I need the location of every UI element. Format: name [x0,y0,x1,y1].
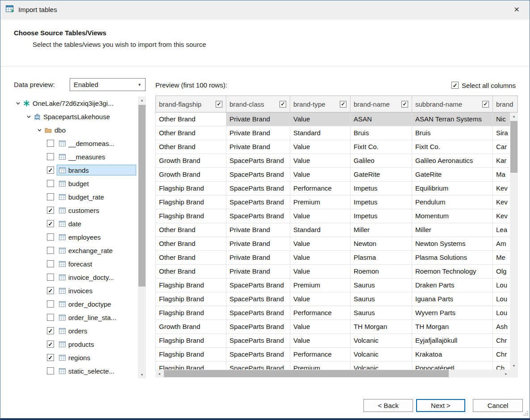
tree-table-item[interactable]: exchange_rate [14,244,138,257]
table-checkbox[interactable] [47,220,54,227]
tree-table-item[interactable]: products [14,337,138,351]
tree-table-item[interactable]: regions [14,351,138,364]
tree-item-selection[interactable]: brands [57,165,136,175]
grid-vscroll-track[interactable] [510,120,518,362]
tree-table-item[interactable]: invoice_docty... [14,270,138,284]
tree-item-selection[interactable]: order_line_sta... [57,312,136,323]
chevron-down-icon[interactable] [26,114,31,119]
tree-item-selection[interactable]: regions [57,352,136,363]
table-checkbox[interactable] [47,354,54,361]
chevron-down-icon[interactable] [16,101,21,106]
column-checkbox[interactable] [280,101,286,108]
table-checkbox[interactable] [47,180,54,187]
grid-row[interactable]: Flagship BrandSpaceParts BrandValueVolca… [156,334,510,348]
tree-scroll-track[interactable] [138,104,146,371]
select-all-columns[interactable]: Select all columns [451,79,516,91]
tree-item-selection[interactable]: products [57,339,136,349]
grid-column-header[interactable]: brand-flagship [156,96,226,112]
tree-item-selection[interactable]: order_doctype [57,299,136,309]
grid-hscroll-track[interactable] [163,370,502,378]
table-checkbox[interactable] [47,247,54,254]
table-checkbox[interactable] [47,233,54,241]
column-checkbox[interactable] [340,101,346,108]
tree-table-item[interactable]: brands [14,163,138,177]
grid-column-header[interactable]: subbrand-name [412,96,493,112]
scroll-up-icon[interactable]: ▲ [510,112,518,120]
table-checkbox[interactable] [47,140,54,147]
table-checkbox[interactable] [47,367,54,374]
grid-column-header[interactable]: brand-name [351,96,412,112]
scroll-up-icon[interactable]: ▲ [138,96,146,104]
tree-item-selection[interactable]: static_selecte... [57,366,136,376]
tree-item-selection[interactable]: forecast [57,258,136,269]
grid-hscroll-thumb[interactable] [164,370,449,377]
table-checkbox[interactable] [47,287,54,294]
grid-row[interactable]: Growth BrandSpaceParts BrandValueGateRit… [156,168,510,182]
select-all-checkbox[interactable] [451,82,459,89]
table-checkbox[interactable] [47,166,54,174]
tree-item-selection[interactable]: invoices [57,285,136,296]
table-checkbox[interactable] [47,153,54,160]
table-checkbox[interactable] [47,260,54,267]
chevron-down-icon[interactable] [37,128,42,133]
grid-row[interactable]: Growth BrandSpaceParts BrandValueTH Morg… [156,320,510,334]
data-preview-dropdown[interactable]: Enabled ▼ [70,78,146,91]
tree-table-item[interactable]: __measures [14,150,138,163]
grid-column-header[interactable]: brand-type [290,96,351,112]
grid-row[interactable]: Other BrandPrivate BrandStandardMillerMi… [156,223,510,237]
tree-item-selection[interactable]: budget_rate [57,191,136,202]
grid-horizontal-scrollbar[interactable]: ◄ ► [155,370,518,378]
tree-item-dbo[interactable]: dbo [14,123,138,137]
grid-row[interactable]: Flagship BrandSpaceParts BrandPerformanc… [156,306,510,320]
grid-vertical-scrollbar[interactable]: ▲ ▼ [510,112,518,370]
tree-table-item[interactable]: __demomeas... [14,137,138,150]
scroll-down-icon[interactable]: ▼ [138,371,146,378]
tree-item-selection[interactable]: employees [57,232,136,242]
table-checkbox[interactable] [47,207,54,214]
tree-item-selection[interactable]: __measures [57,151,136,162]
tree-table-item[interactable]: invoices [14,284,138,297]
column-checkbox[interactable] [401,101,408,108]
table-checkbox[interactable] [47,300,54,308]
tree-table-item[interactable]: orders [14,324,138,337]
grid-column-header[interactable]: brand [493,96,518,112]
tree-item-selection[interactable]: customers [57,205,136,216]
tree-item-selection[interactable]: invoice_docty... [57,272,136,283]
tree-item-selection[interactable]: orders [57,325,136,336]
grid-row[interactable]: Flagship BrandSpaceParts BrandValueSauru… [156,292,510,306]
tree-table-item[interactable]: employees [14,230,138,244]
table-checkbox[interactable] [47,314,54,321]
tree-item-onelake[interactable]: OneLake/72d6zxiq3ije3gi... [14,96,138,110]
tree-item-lakehouse[interactable]: SpacepartsLakehouse [14,110,138,123]
tree-table-item[interactable]: customers [14,204,138,217]
grid-row[interactable]: Flagship BrandSpaceParts BrandPremiumVol… [156,362,510,370]
tree-scroll-thumb[interactable] [138,105,146,287]
tree-item-selection[interactable]: budget [57,178,136,189]
column-checkbox[interactable] [216,101,222,108]
tree-table-item[interactable]: budget [14,177,138,190]
grid-row[interactable]: Flagship BrandSpaceParts BrandPremiumImp… [156,195,510,209]
grid-row[interactable]: Other BrandPrivate BrandStandardBruisBru… [156,126,510,140]
tree-table-item[interactable]: date [14,217,138,230]
grid-row[interactable]: Other BrandPrivate BrandValuePlasmaPlasm… [156,251,510,265]
grid-row[interactable]: Other BrandPrivate BrandValueFixIt Co.Fi… [156,140,510,154]
table-checkbox[interactable] [47,341,54,348]
tree-vertical-scrollbar[interactable]: ▲ ▼ [138,96,146,378]
tree-table-item[interactable]: order_doctype [14,297,138,311]
table-checkbox[interactable] [47,193,54,200]
tree-table-item[interactable]: order_line_sta... [14,311,138,324]
scroll-down-icon[interactable]: ▼ [510,362,518,370]
scroll-right-icon[interactable]: ► [502,370,510,378]
cancel-button[interactable]: Cancel [473,399,523,412]
table-checkbox[interactable] [47,327,54,334]
grid-row[interactable]: Other BrandPrivate BrandValueRoemonRoemo… [156,265,510,279]
tree-table-item[interactable]: static_selecte... [14,364,138,378]
tree-item-selection[interactable]: exchange_rate [57,245,136,256]
tree-item-selection[interactable]: date [57,218,136,229]
back-button[interactable]: < Back [363,399,413,412]
scroll-left-icon[interactable]: ◄ [155,370,163,378]
grid-row[interactable]: Flagship BrandSpaceParts BrandPremiumSau… [156,279,510,292]
tree-table-item[interactable]: budget_rate [14,190,138,204]
grid-row[interactable]: Other BrandPrivate BrandValueASANASAN Te… [156,112,510,126]
grid-column-header[interactable]: brand-class [226,96,290,112]
